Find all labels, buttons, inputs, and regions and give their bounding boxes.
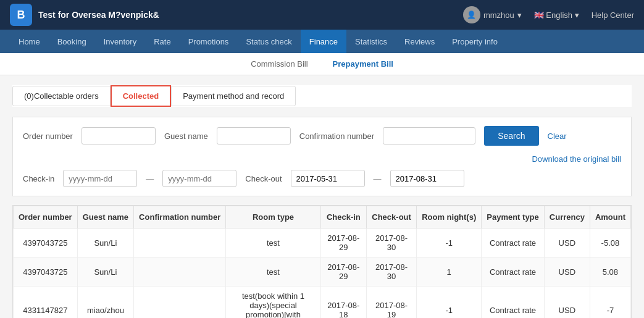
table-cell <box>134 287 226 319</box>
search-form: Order number Guest name Confirmation num… <box>12 117 632 196</box>
col-checkin: Check-in <box>320 206 366 228</box>
tab-payment-method[interactable]: Payment method and record <box>171 86 296 106</box>
table-cell: 2017-08-18 <box>320 287 366 319</box>
form-row-2: Check-in — Check-out — <box>23 170 621 187</box>
col-currency: Currency <box>544 206 590 228</box>
table-body: 4397043725Sun/Litest2017-08-292017-08-30… <box>14 228 631 319</box>
tab-prepayment-bill[interactable]: Prepayment Bill <box>333 59 393 69</box>
nav-booking[interactable]: Booking <box>49 30 95 53</box>
table-cell: USD <box>544 228 590 257</box>
clear-link[interactable]: Clear <box>548 132 567 141</box>
table-cell: Contract rate <box>482 257 545 287</box>
username: mmzhou <box>483 10 514 20</box>
checkout-from-input[interactable] <box>291 170 365 187</box>
table-row: 4397043725Sun/Litest2017-08-292017-08-30… <box>14 257 631 287</box>
date-dash-2: — <box>374 174 382 183</box>
header-right: 👤 mmzhou ▾ 🇬🇧 English ▾ Help Center <box>463 6 634 23</box>
table-cell: 1 <box>417 257 482 287</box>
flag-icon: 🇬🇧 <box>534 10 544 20</box>
data-table-wrap: Order number Guest name Confirmation num… <box>12 205 632 318</box>
guest-name-label: Guest name <box>164 132 208 141</box>
checkout-label: Check-out <box>245 174 282 183</box>
nav-inventory[interactable]: Inventory <box>95 30 145 53</box>
table-cell: test <box>226 257 320 287</box>
download-link[interactable]: Download the original bill <box>532 154 621 164</box>
table-cell: -1 <box>417 287 482 319</box>
table-cell: Sun/Li <box>77 257 133 287</box>
nav-rate[interactable]: Rate <box>145 30 179 53</box>
tab-collectable-orders[interactable]: (0)Collectable orders <box>12 86 111 106</box>
sub-tabs: Commission Bill Prepayment Bill <box>0 53 644 75</box>
guest-name-input[interactable] <box>217 127 291 144</box>
table-cell: 2017-08-29 <box>320 257 366 287</box>
table-cell: 2017-08-30 <box>366 257 416 287</box>
nav-reviews[interactable]: Reviews <box>396 30 443 53</box>
checkin-from-input[interactable] <box>63 170 137 187</box>
table-cell: 4397043725 <box>14 228 78 257</box>
table-cell: -5.08 <box>590 228 630 257</box>
table-row: 4331147827miao/zhoutest(book within 1 da… <box>14 287 631 319</box>
table-cell: miao/zhou <box>77 287 133 319</box>
checkout-to-input[interactable] <box>390 170 464 187</box>
table-cell: USD <box>544 257 590 287</box>
table-cell: test(book within 1 days)(special promoti… <box>226 287 320 319</box>
logo-icon: B <box>10 4 32 26</box>
checkin-to-input[interactable] <box>162 170 236 187</box>
nav-property-info[interactable]: Property info <box>443 30 506 53</box>
chevron-down-icon: ▾ <box>517 10 522 20</box>
confirmation-label: Confirmation number <box>299 132 374 141</box>
data-table: Order number Guest name Confirmation num… <box>13 206 631 318</box>
table-cell: 2017-08-19 <box>366 287 416 319</box>
col-checkout: Check-out <box>366 206 416 228</box>
table-cell <box>134 228 226 257</box>
nav-promotions[interactable]: Promotions <box>180 30 238 53</box>
col-amount: Amount <box>590 206 630 228</box>
avatar: 👤 <box>463 6 480 23</box>
col-nights: Room night(s) <box>417 206 482 228</box>
table-cell: -7 <box>590 287 630 319</box>
col-payment-type: Payment type <box>482 206 545 228</box>
lang-label: English <box>546 10 572 20</box>
logo-area: B Test for Oversea M?venpick& <box>10 4 463 26</box>
table-cell: 5.08 <box>590 257 630 287</box>
col-confirmation: Confirmation number <box>134 206 226 228</box>
table-row: 4397043725Sun/Litest2017-08-292017-08-30… <box>14 228 631 257</box>
date-dash-1: — <box>146 174 154 183</box>
tab-commission-bill[interactable]: Commission Bill <box>251 59 307 69</box>
table-header-row: Order number Guest name Confirmation num… <box>14 206 631 228</box>
main-nav: Home Booking Inventory Rate Promotions S… <box>0 30 644 53</box>
search-button[interactable]: Search <box>484 126 538 146</box>
table-cell: 2017-08-30 <box>366 228 416 257</box>
table-cell: Sun/Li <box>77 228 133 257</box>
col-guest-name: Guest name <box>77 206 133 228</box>
order-number-label: Order number <box>23 132 73 141</box>
help-center-link[interactable]: Help Center <box>592 10 634 20</box>
table-cell: Contract rate <box>482 228 545 257</box>
col-order-number: Order number <box>14 206 78 228</box>
col-room-type: Room type <box>226 206 320 228</box>
hotel-name: Test for Oversea M?venpick& <box>38 10 159 20</box>
table-cell: 4397043725 <box>14 257 78 287</box>
table-cell <box>134 257 226 287</box>
language-selector[interactable]: 🇬🇧 English ▾ <box>534 10 579 20</box>
table-cell: Contract rate <box>482 287 545 319</box>
table-cell: USD <box>544 287 590 319</box>
nav-statistics[interactable]: Statistics <box>346 30 396 53</box>
chevron-down-icon: ▾ <box>575 10 579 20</box>
tab-collected[interactable]: Collected <box>111 85 172 107</box>
order-number-input[interactable] <box>82 127 156 144</box>
tab-row: (0)Collectable orders Collected Payment … <box>12 85 632 107</box>
top-header: B Test for Oversea M?venpick& 👤 mmzhou ▾… <box>0 0 644 30</box>
checkin-label: Check-in <box>23 174 54 183</box>
nav-home[interactable]: Home <box>10 30 49 53</box>
form-row-1: Order number Guest name Confirmation num… <box>23 126 621 164</box>
page-content: (0)Collectable orders Collected Payment … <box>0 75 644 318</box>
nav-status-check[interactable]: Status check <box>237 30 300 53</box>
table-cell: 2017-08-29 <box>320 228 366 257</box>
table-cell: 4331147827 <box>14 287 78 319</box>
table-cell: test <box>226 228 320 257</box>
nav-finance[interactable]: Finance <box>301 30 346 53</box>
confirmation-input[interactable] <box>383 127 475 144</box>
table-cell: -1 <box>417 228 482 257</box>
user-menu[interactable]: 👤 mmzhou ▾ <box>463 6 522 23</box>
